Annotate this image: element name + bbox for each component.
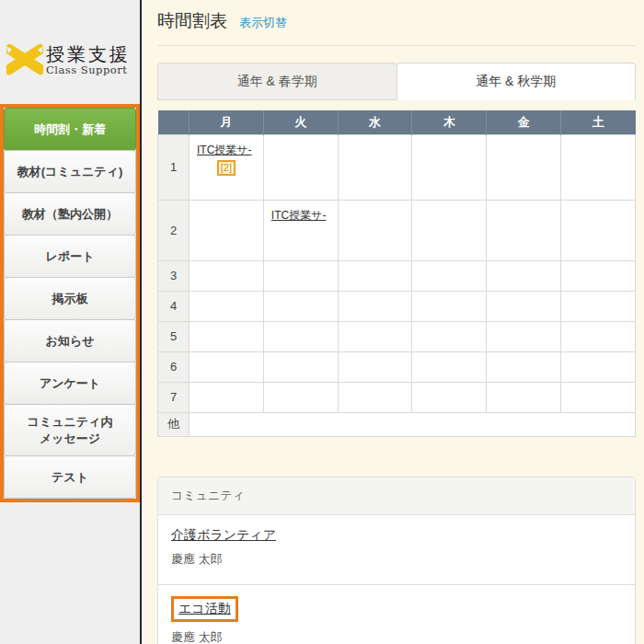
timetable-cell [190, 321, 264, 351]
community-entry: 介護ボランティア 慶應 太郎 [158, 515, 635, 584]
crossed-crayons-logo-icon [6, 40, 43, 79]
sidebar-item-notice[interactable]: お知らせ [4, 319, 136, 362]
page-title: 時間割表 [157, 9, 227, 33]
timetable-row-other: 他 [158, 412, 636, 436]
logo-title: 授業支援 [46, 44, 131, 64]
timetable-header-row: 月 火 水 木 金 土 [158, 110, 636, 134]
period-label: 4 [158, 291, 190, 321]
timetable-cell [263, 291, 338, 321]
sidebar-item-materials-school[interactable]: 教材（塾内公開） [4, 192, 136, 236]
day-header-mon: 月 [190, 110, 264, 134]
timetable-cell: ITC授業サ- [263, 200, 338, 260]
community-owner: 慶應 太郎 [171, 551, 622, 568]
sidebar-item-materials-community[interactable]: 教材(コミュニティ) [4, 150, 136, 193]
semester-tabs: 通年 & 春学期 通年 & 秋学期 [157, 63, 636, 100]
timetable-cell [263, 382, 338, 412]
timetable-cell [412, 321, 487, 351]
timetable-cell [487, 291, 561, 321]
day-header-wed: 水 [338, 110, 412, 134]
community-owner: 慶應 太郎 [171, 629, 622, 644]
timetable-cell [561, 321, 636, 351]
timetable-cell [263, 260, 338, 291]
timetable-cell [412, 382, 487, 412]
day-header-sat: 土 [561, 110, 636, 134]
timetable-cell [263, 134, 338, 200]
community-card-title: コミュニティ [158, 477, 635, 515]
period-label: 3 [158, 260, 190, 291]
timetable-cell [561, 291, 636, 321]
timetable-row-2: 2 ITC授業サ- [158, 200, 636, 260]
sidebar-item-community-message[interactable]: コミュニティ内 メッセージ [4, 404, 136, 456]
sidebar-menu: 時間割・新着 教材(コミュニティ) 教材（塾内公開） レポート 掲示板 お知らせ… [0, 104, 140, 502]
page-header: 時間割表 表示切替 [157, 0, 636, 33]
timetable-corner-cell [158, 110, 190, 134]
tab-spring-semester[interactable]: 通年 & 春学期 [157, 63, 397, 100]
timetable-cell [561, 260, 636, 291]
timetable-row-7: 7 [158, 382, 636, 412]
timetable-cell [338, 134, 412, 200]
timetable-cell [338, 382, 412, 412]
timetable-cell [487, 260, 561, 291]
timetable-cell [263, 351, 338, 382]
lesson-link[interactable]: ITC授業サ- [197, 142, 255, 159]
period-label: 7 [158, 382, 190, 412]
sidebar-item-report[interactable]: レポート [4, 235, 136, 278]
header-divider [157, 45, 636, 46]
sidebar-item-timetable-new[interactable]: 時間割・新着 [4, 108, 136, 151]
day-header-fri: 金 [487, 110, 561, 134]
timetable-cell [487, 321, 561, 351]
tab-fall-semester[interactable]: 通年 & 秋学期 [397, 63, 637, 100]
timetable-cell [561, 200, 636, 260]
app-logo: 授業支援 Class Support [6, 40, 139, 79]
timetable-cell [338, 260, 412, 291]
timetable-cell [190, 291, 264, 321]
timetable-cell [338, 291, 412, 321]
timetable-cell [190, 382, 264, 412]
timetable-cell [561, 382, 636, 412]
timetable-cell [338, 200, 412, 260]
period-label: 2 [158, 200, 190, 260]
period-label: 他 [158, 412, 190, 436]
timetable-cell [412, 200, 487, 260]
timetable-cell [487, 134, 561, 200]
period-label: 1 [158, 134, 190, 200]
timetable-cell [412, 291, 487, 321]
timetable-cell [561, 134, 636, 200]
timetable-cell [412, 351, 487, 382]
timetable-row-4: 4 [158, 291, 636, 321]
day-header-thu: 木 [412, 110, 487, 134]
timetable-cell [412, 260, 487, 291]
logo-subtitle: Class Support [46, 64, 131, 76]
community-card: コミュニティ 介護ボランティア 慶應 太郎 エコ活動 慶應 太郎 [157, 477, 636, 644]
badge-wrap: [2] [197, 160, 256, 176]
timetable-cell [561, 351, 636, 382]
timetable-cell [487, 382, 561, 412]
view-toggle-link[interactable]: 表示切替 [239, 15, 287, 31]
timetable-row-5: 5 [158, 321, 636, 351]
timetable-cell [190, 200, 264, 260]
timetable-cell [190, 260, 264, 291]
sidebar: 授業支援 Class Support 時間割・新着 教材(コミュニティ) 教材（… [0, 0, 142, 644]
sidebar-item-board[interactable]: 掲示板 [4, 277, 136, 320]
main-content: 時間割表 表示切替 通年 & 春学期 通年 & 秋学期 月 火 水 木 金 土 … [144, 0, 644, 644]
sidebar-item-test[interactable]: テスト [4, 455, 136, 499]
timetable-cell [263, 321, 338, 351]
timetable-row-3: 3 [158, 260, 636, 291]
community-link-kaigo[interactable]: 介護ボランティア [171, 527, 276, 542]
timetable-row-1: 1 ITC授業サ- [2] [158, 134, 636, 200]
lesson-link[interactable]: ITC授業サ- [271, 207, 329, 224]
period-label: 6 [158, 351, 190, 382]
new-count-badge[interactable]: [2] [217, 160, 236, 176]
day-header-tue: 火 [263, 110, 338, 134]
community-link-eco[interactable]: エコ活動 [171, 596, 238, 622]
timetable-cell: ITC授業サ- [2] [190, 134, 264, 200]
timetable-cell [338, 351, 412, 382]
timetable-cell [190, 351, 264, 382]
timetable-cell [487, 200, 561, 260]
timetable-cell-other [190, 412, 636, 436]
sidebar-item-survey[interactable]: アンケート [4, 362, 136, 405]
timetable: 月 火 水 木 金 土 1 ITC授業サ- [2] [157, 110, 636, 437]
timetable-cell [487, 351, 561, 382]
community-entry: エコ活動 慶應 太郎 [158, 584, 635, 644]
timetable-cell [338, 321, 412, 351]
